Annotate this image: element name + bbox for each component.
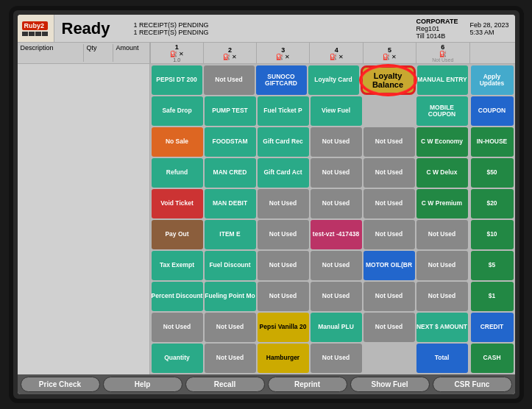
no-sale-btn[interactable]: No Sale [152, 127, 203, 157]
1-btn[interactable]: $1 [471, 282, 514, 311]
w-economy-btn[interactable]: C W Economy [416, 127, 468, 157]
grid-row-8: Not Used Not Used Pepsi Vanilla 20 Manua… [152, 313, 468, 342]
void-ticket-btn[interactable]: Void Ticket [152, 189, 203, 218]
credit-btn[interactable]: CREDIT [471, 313, 514, 342]
right-header-spacer [469, 43, 515, 63]
right-column: Apply Updates COUPON IN-HOUSE $50 $20 $1… [469, 64, 515, 374]
top-bar: Ruby2 Ready 1 RECEIPT(S) PENDING 1 RECEI… [18, 15, 515, 43]
gift-card-act-btn[interactable]: Gift Card Act [258, 158, 309, 188]
tax-exempt-btn[interactable]: Tax Exempt [152, 251, 203, 280]
pepsi-vanilla-btn[interactable]: Pepsi Vanilla 20 [258, 313, 309, 342]
next-amount-btn[interactable]: NEXT $ AMOUNT [416, 313, 468, 342]
not-used-6-2[interactable]: Not Used [258, 251, 309, 280]
not-used-3-3[interactable]: Not Used [311, 158, 362, 188]
apply-updates-btn[interactable]: Apply Updates [471, 65, 514, 95]
not-used-6-5[interactable]: Not Used [416, 251, 468, 280]
man-debit-btn[interactable]: MAN DEBIT [205, 189, 256, 218]
motor-oil-btn[interactable]: MOTOR OIL(BR [363, 251, 415, 280]
grid-row-9: Quantity Not Used Hamburger Not Used Tot… [152, 344, 468, 373]
not-used-5-4[interactable]: Not Used [363, 220, 415, 249]
10-btn[interactable]: $10 [471, 220, 514, 249]
50-btn[interactable]: $50 [471, 158, 514, 188]
pump-col-1: 1 ⛽ ✕ 1.0 [150, 43, 203, 63]
pump-headers: 1 ⛽ ✕ 1.0 2 ⛽ ✕ 3 ⛽ ✕ 4 ⛽ ✕ 5 [150, 43, 469, 63]
in-house-btn[interactable]: IN-HOUSE [471, 127, 514, 157]
grid-row-1: Safe Drop PUMP TEST Fuel Ticket P View F… [152, 96, 468, 126]
corp-label: CORPORATE [416, 18, 458, 25]
not-used-4-3[interactable]: Not Used [311, 189, 362, 218]
safe-drop-btn[interactable]: Safe Drop [152, 96, 203, 126]
not-used-7-5[interactable]: Not Used [416, 282, 468, 311]
pump-col-6: 6 ⛽ Not Used [416, 43, 469, 63]
not-used-3-4[interactable]: Not Used [363, 158, 415, 188]
cash-btn[interactable]: CASH [471, 344, 514, 373]
not-used-2-3[interactable]: Not Used [311, 127, 362, 157]
pump-col-3: 3 ⛽ ✕ [256, 43, 309, 63]
pending-area: 1 RECEIPT(S) PENDING 1 RECEIPT(S) PENDIN… [128, 15, 411, 42]
quantity-btn[interactable]: Quantity [152, 344, 203, 373]
button-grid: PEPSI DT 200 Not Used SUNOCO GIFTCARD Lo… [150, 64, 469, 374]
fuel-ticket-p-btn[interactable]: Fuel Ticket P [258, 96, 309, 126]
date-area: Feb 28, 2023 5:33 AM [464, 15, 514, 42]
pepsi-btn[interactable]: PEPSI DT 200 [152, 65, 202, 95]
fuel-discount-btn[interactable]: Fuel Discount [205, 251, 256, 280]
not-used-5-5[interactable]: Not Used [416, 220, 468, 249]
20-btn[interactable]: $20 [471, 189, 514, 218]
price-check-button[interactable]: Price Check [21, 377, 100, 392]
not-used-btn-0-1[interactable]: Not Used [204, 65, 255, 95]
loyalty-balance-btn[interactable]: Loyalty Balance [361, 65, 416, 95]
show-fuel-button[interactable]: Show Fuel [350, 377, 430, 392]
reg-label: Reg101 [416, 25, 458, 32]
item-e-btn[interactable]: ITEM E [205, 220, 256, 249]
mobile-coupon-btn[interactable]: MOBILE COUPON [416, 96, 468, 126]
recall-button[interactable]: Recall [185, 377, 265, 392]
w-delux-btn[interactable]: C W Delux [416, 158, 468, 188]
grid-row-0: PEPSI DT 200 Not Used SUNOCO GIFTCARD Lo… [152, 65, 468, 95]
corp-area: CORPORATE Reg101 Till 1014B [411, 15, 464, 42]
not-used-9-1[interactable]: Not Used [205, 344, 256, 373]
view-fuel-btn[interactable]: View Fuel [311, 96, 362, 126]
not-used-7-3[interactable]: Not Used [311, 282, 362, 311]
coupon-btn[interactable]: COUPON [471, 96, 514, 126]
manual-plu-btn[interactable]: Manual PLU [311, 313, 362, 342]
csr-func-button[interactable]: CSR Func [433, 377, 512, 392]
sunoco-giftcard-btn[interactable]: SUNOCO GIFTCARD [256, 65, 307, 95]
fueling-point-btn[interactable]: Fueling Point Mo [205, 282, 256, 311]
main-grid-area: PEPSI DT 200 Not Used SUNOCO GIFTCARD Lo… [18, 64, 515, 374]
test-vzt-btn[interactable]: test-vzt -417438 [311, 220, 362, 249]
loyalty-card-btn[interactable]: Loyalty Card [308, 65, 359, 95]
bottom-bar: Price Check Help Recall Reprint Show Fue… [18, 374, 515, 394]
not-used-4-4[interactable]: Not Used [363, 189, 415, 218]
man-cred-btn[interactable]: MAN CRED [205, 158, 256, 188]
not-used-8-0[interactable]: Not Used [152, 313, 203, 342]
not-used-2-4[interactable]: Not Used [363, 127, 415, 157]
refund-btn[interactable]: Refund [152, 158, 203, 188]
manual-entry-btn[interactable]: MANUAL ENTRY [417, 65, 468, 95]
logo: Ruby2 [22, 21, 48, 36]
not-used-6-3[interactable]: Not Used [311, 251, 362, 280]
amt-header: Amount [113, 44, 149, 62]
gift-card-rec-btn[interactable]: Gift Card Rec [258, 127, 309, 157]
empty-9-4 [363, 344, 415, 373]
not-used-7-4[interactable]: Not Used [363, 282, 415, 311]
grid-row-6: Tax Exempt Fuel Discount Not Used Not Us… [152, 251, 468, 280]
not-used-8-4[interactable]: Not Used [363, 313, 415, 342]
percent-discount-btn[interactable]: Percent Discount [152, 282, 203, 311]
total-btn[interactable]: Total [416, 344, 468, 373]
not-used-4-2[interactable]: Not Used [258, 189, 309, 218]
not-used-7-2[interactable]: Not Used [258, 282, 309, 311]
foodstam-btn[interactable]: FOODSTAM [205, 127, 256, 157]
till-label: Till 1014B [416, 32, 458, 40]
reprint-button[interactable]: Reprint [268, 377, 347, 392]
not-used-9-3[interactable]: Not Used [311, 344, 362, 373]
hamburger-btn[interactable]: Hamburger [258, 344, 309, 373]
time-label: 5:33 AM [469, 29, 508, 36]
date-label: Feb 28, 2023 [469, 21, 508, 29]
w-premium-btn[interactable]: C W Premium [416, 189, 468, 218]
5-btn[interactable]: $5 [471, 251, 514, 280]
not-used-5-2[interactable]: Not Used [258, 220, 309, 249]
pump-test-btn[interactable]: PUMP TEST [205, 96, 256, 126]
pay-out-btn[interactable]: Pay Out [152, 220, 203, 249]
help-button[interactable]: Help [103, 377, 182, 392]
not-used-8-1[interactable]: Not Used [205, 313, 256, 342]
